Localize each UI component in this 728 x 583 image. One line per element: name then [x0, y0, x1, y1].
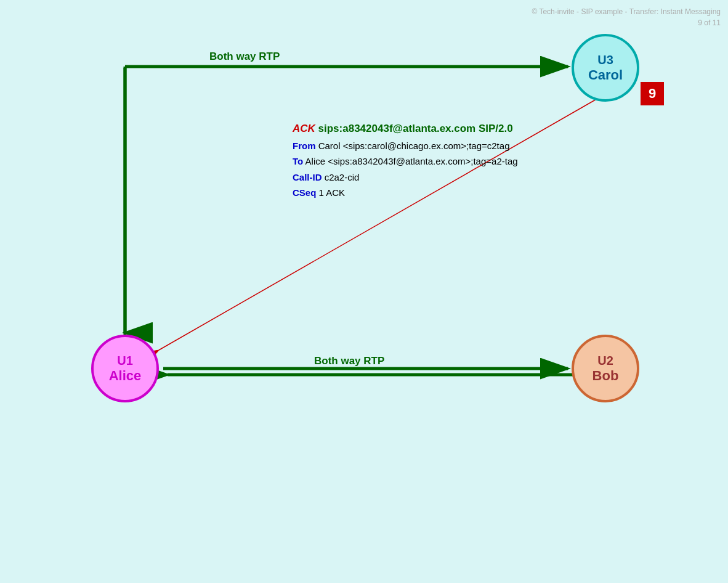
node-u3: U3 Carol: [572, 34, 639, 102]
from-label: From: [293, 141, 316, 151]
u3-label-bottom: Carol: [588, 67, 623, 83]
step-badge: 9: [641, 82, 664, 105]
watermark-line2: 9 of 11: [532, 17, 721, 28]
rtp-bottom-label: Both way RTP: [314, 355, 384, 367]
ack-uri: sips:a8342043f@atlanta.ex.com SIP/2.0: [318, 123, 513, 134]
u2-label-top: U2: [597, 353, 613, 368]
to-field: To Alice <sips:a8342043f@atlanta.ex.com>…: [293, 153, 518, 169]
node-u2: U2 Bob: [572, 335, 639, 402]
u3-label-top: U3: [597, 52, 613, 67]
step-number: 9: [649, 86, 656, 102]
cseq-value: 1 ACK: [316, 187, 345, 198]
u1-label-top: U1: [117, 353, 133, 368]
cseq-label: CSeq: [293, 187, 316, 198]
from-value: Carol <sips:carol@chicago.ex.com>;tag=c2…: [316, 141, 510, 151]
u1-label-bottom: Alice: [109, 368, 142, 384]
rtp-top-label: Both way RTP: [209, 51, 280, 63]
callid-value: c2a2-cid: [322, 172, 360, 182]
callid-field: Call-ID c2a2-cid: [293, 169, 518, 186]
node-u1: U1 Alice: [91, 335, 159, 402]
from-field: From Carol <sips:carol@chicago.ex.com>;t…: [293, 138, 518, 154]
watermark-line1: © Tech-invite - SIP example - Transfer: …: [532, 6, 721, 17]
watermark: © Tech-invite - SIP example - Transfer: …: [532, 6, 721, 28]
u2-label-bottom: Bob: [593, 368, 619, 384]
message-box: ACK sips:a8342043f@atlanta.ex.com SIP/2.…: [293, 120, 518, 201]
ack-method: ACK: [293, 123, 318, 134]
to-label: To: [293, 156, 303, 166]
cseq-field: CSeq 1 ACK: [293, 185, 518, 201]
callid-label: Call-ID: [293, 172, 322, 182]
ack-first-line: ACK sips:a8342043f@atlanta.ex.com SIP/2.…: [293, 120, 518, 138]
to-value: Alice <sips:a8342043f@atlanta.ex.com>;ta…: [303, 156, 517, 166]
